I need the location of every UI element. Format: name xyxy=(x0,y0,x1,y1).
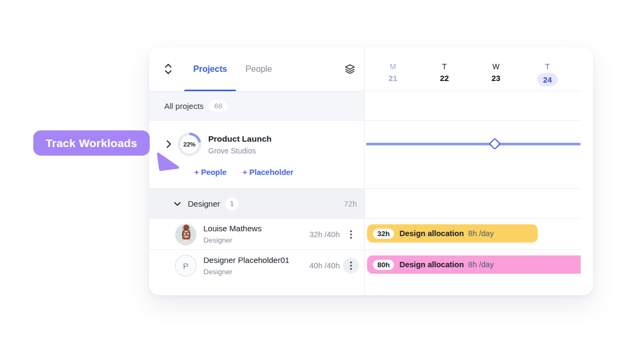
filter-all-projects[interactable]: All projects 68 xyxy=(149,91,364,121)
person-row-placeholder: P Designer Placeholder01 Designer 40h /4… xyxy=(149,250,364,281)
person-meta: Designer Placeholder01 Designer xyxy=(203,255,289,277)
day-of-week: T xyxy=(522,62,573,71)
person-hours: 40h /40h xyxy=(310,261,340,270)
allocation-rate: 8h /day xyxy=(468,260,494,269)
project-meta: Product Launch Grove Studios xyxy=(208,133,272,156)
day-date-today: 24 xyxy=(537,73,558,86)
allocation-total-badge: 80h xyxy=(373,260,394,270)
allocation-bar-louise[interactable]: 32h Design allocation 8h /day xyxy=(367,224,538,243)
allocation-total-badge: 32h xyxy=(373,229,394,239)
project-row: 22% Product Launch Grove Studios + Peopl… xyxy=(149,121,364,189)
kebab-menu-icon[interactable] xyxy=(343,258,359,274)
group-count-badge: 1 xyxy=(225,197,238,210)
timeline-allocation-row: 32h Design allocation 8h /day xyxy=(365,219,593,250)
day-column-mon: M 21 xyxy=(367,62,419,84)
tab-projects[interactable]: Projects xyxy=(184,47,236,91)
person-name: Designer Placeholder01 xyxy=(203,255,289,266)
person-role: Designer xyxy=(203,235,261,245)
add-placeholder-button[interactable]: + Placeholder xyxy=(243,168,294,177)
project-actions: + People + Placeholder xyxy=(194,168,294,177)
timeline-panel: M 21 T 22 W 23 T 24 xyxy=(365,47,593,295)
day-of-week: M xyxy=(367,62,419,71)
allocation-rate: 8h /day xyxy=(468,229,494,238)
project-progress-value: 22% xyxy=(180,135,199,153)
project-timeline-bar[interactable] xyxy=(366,143,581,145)
day-column-wed: W 23 xyxy=(470,62,522,84)
calendar-header: M 21 T 22 W 23 T 24 xyxy=(365,47,593,91)
day-date: 23 xyxy=(470,73,522,84)
placeholder-avatar: P xyxy=(175,255,196,276)
chevron-right-icon[interactable] xyxy=(166,140,171,148)
allocation-label: Design allocation xyxy=(399,229,464,238)
day-of-week: T xyxy=(419,62,470,71)
project-progress-ring: 22% xyxy=(178,133,201,156)
timeline-allocation-row: 80h Design allocation 8h /day xyxy=(365,250,593,281)
group-label: Designer xyxy=(188,199,220,208)
day-date: 21 xyxy=(367,73,419,84)
day-column-tue: T 22 xyxy=(419,62,470,84)
panel-header: Projects People xyxy=(149,47,364,91)
timeline-group-row xyxy=(365,189,593,219)
allocation-bar-placeholder[interactable]: 80h Design allocation 8h /day xyxy=(367,255,581,274)
view-tabs: Projects People xyxy=(184,47,281,91)
layers-icon[interactable] xyxy=(344,63,356,75)
person-hours: 32h /40h xyxy=(310,230,340,239)
allocation-label: Design allocation xyxy=(399,260,464,269)
group-total-hours: 72h xyxy=(344,200,357,208)
timeline-project-row xyxy=(365,121,593,189)
page: Track Workloads Projects People xyxy=(0,0,644,337)
project-name: Product Launch xyxy=(208,133,272,144)
milestone-diamond-handle[interactable] xyxy=(489,138,501,150)
chevron-down-icon[interactable] xyxy=(174,202,181,206)
avatar xyxy=(175,224,196,245)
add-people-button[interactable]: + People xyxy=(194,168,226,177)
sort-vertical-icon[interactable] xyxy=(164,63,172,75)
left-panel: Projects People All projects 68 xyxy=(149,47,365,295)
filter-label: All projects xyxy=(164,101,203,111)
timeline-filter-row xyxy=(365,91,593,121)
day-of-week: W xyxy=(470,62,522,71)
day-date: 22 xyxy=(419,73,470,84)
person-name: Louise Mathews xyxy=(203,223,261,234)
group-row-designer[interactable]: Designer 1 72h xyxy=(149,189,364,219)
person-row-louise: Louise Mathews Designer 32h /40h xyxy=(149,219,364,250)
tab-people[interactable]: People xyxy=(236,47,281,91)
project-count-badge: 68 xyxy=(209,100,228,112)
day-column-thu-today: T 24 xyxy=(522,62,573,86)
kebab-menu-icon[interactable] xyxy=(343,226,359,243)
track-workloads-badge: Track Workloads xyxy=(33,130,150,156)
project-client: Grove Studios xyxy=(208,145,272,156)
badge-tail-icon xyxy=(155,152,180,172)
person-role: Designer xyxy=(203,267,289,277)
person-meta: Louise Mathews Designer xyxy=(203,223,261,245)
workload-planner-card: Projects People All projects 68 xyxy=(149,47,593,295)
placeholder-avatar-letter: P xyxy=(183,261,188,270)
